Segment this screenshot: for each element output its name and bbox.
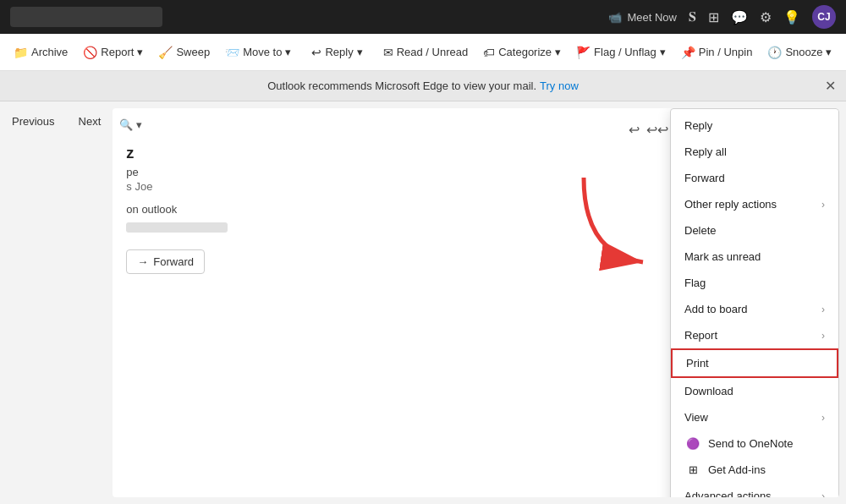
menu-item-delete[interactable]: Delete (671, 217, 838, 244)
other-reply-label: Other reply actions (684, 198, 777, 211)
body-blur-line (126, 222, 228, 233)
chevron-right-icon: › (821, 304, 825, 315)
chevron-down-icon: ▾ (137, 46, 143, 58)
titlebar: 📹 Meet Now 𝐒 ⊞ 💬 ⚙ 💡 CJ (0, 0, 846, 34)
next-button[interactable]: Next (74, 112, 107, 131)
chevron-down-icon: ▾ (660, 46, 666, 58)
flag-unflag-button[interactable]: 🚩 Flag / Unflag ▾ (569, 41, 673, 64)
menu-item-flag[interactable]: Flag (671, 270, 838, 296)
chevron-right-icon: › (821, 412, 825, 424)
help-icon[interactable]: 💡 (783, 9, 800, 25)
chevron-right-icon: › (821, 330, 825, 342)
banner: Outlook recommends Microsoft Edge to vie… (0, 71, 846, 101)
flag-label: Flag (684, 277, 706, 289)
get-addins-icon: ⊞ (684, 463, 701, 476)
menu-item-get-addins[interactable]: ⊞Get Add-ins (671, 457, 838, 483)
chevron-right-icon: › (821, 199, 825, 211)
undo-button[interactable]: ↩ (840, 41, 846, 63)
chevron-down-icon: ▾ (826, 46, 832, 58)
add-board-label: Add to board (684, 303, 747, 315)
delete-label: Delete (684, 224, 717, 237)
snooze-icon: 🕐 (767, 46, 782, 59)
menu-item-print[interactable]: Print (671, 348, 838, 378)
reply-email-icon[interactable]: ↩ (629, 122, 640, 138)
toolbar: 📁 Archive 🚫 Report ▾ 🧹 Sweep 📨 Move to ▾… (0, 34, 846, 71)
view-label: View (684, 411, 708, 424)
get-addins-label: Get Add-ins (708, 463, 766, 476)
previous-button[interactable]: Previous (7, 112, 60, 131)
archive-icon: 📁 (14, 46, 28, 59)
menu-item-mark-unread[interactable]: Mark as unread (671, 244, 838, 270)
forward-button[interactable]: → Forward (126, 249, 205, 274)
archive-button[interactable]: 📁 Archive (7, 41, 74, 64)
report-icon: 🚫 (83, 46, 97, 59)
reply-label: Reply (684, 119, 712, 132)
menu-item-send-onenote[interactable]: 🟣Send to OneNote (671, 430, 838, 457)
email-content: 🔍 ▾ ↩ ↩↩ ↪ ··· Mon 2023-02-06 4:17 PM z … (113, 108, 839, 497)
categorize-icon: 🏷 (483, 46, 495, 59)
video-icon: 📹 (608, 11, 622, 24)
avatar[interactable]: CJ (812, 5, 836, 29)
reply-all-email-icon[interactable]: ↩↩ (646, 122, 668, 138)
move-icon: 📨 (225, 46, 239, 59)
menu-item-reply-all[interactable]: Reply all (671, 139, 838, 165)
menu-item-other-reply[interactable]: Other reply actions› (671, 191, 838, 217)
windows-icon[interactable]: ⊞ (708, 9, 719, 25)
chevron-down-icon: ▾ (285, 46, 291, 58)
menu-item-reply[interactable]: Reply (671, 112, 838, 139)
read-unread-button[interactable]: ✉ Read / Unread (376, 41, 475, 64)
settings-icon[interactable]: ⚙ (760, 9, 772, 25)
meet-now-button[interactable]: 📹 Meet Now (608, 11, 677, 24)
titlebar-icons: 📹 Meet Now 𝐒 ⊞ 💬 ⚙ 💡 CJ (608, 5, 836, 29)
forward-icon: → (137, 255, 148, 268)
menu-item-add-board[interactable]: Add to board› (671, 296, 838, 322)
advanced-label: Advanced actions (684, 490, 772, 497)
sweep-icon: 🧹 (158, 46, 173, 59)
skype-icon[interactable]: 𝐒 (689, 9, 696, 25)
sweep-button[interactable]: 🧹 Sweep (151, 41, 217, 64)
menu-item-view[interactable]: View› (671, 404, 838, 430)
print-label: Print (686, 357, 709, 370)
reply-button[interactable]: ↩ Reply ▾ (305, 41, 369, 64)
flag-icon: 🚩 (576, 46, 591, 59)
report-label: Report (684, 329, 717, 342)
menu-item-forward[interactable]: Forward (671, 165, 838, 191)
chat-icon[interactable]: 💬 (731, 9, 748, 25)
send-onenote-icon: 🟣 (684, 437, 701, 450)
banner-close-button[interactable]: ✕ (825, 78, 836, 94)
move-to-button[interactable]: 📨 Move to ▾ (218, 41, 298, 64)
mark-unread-label: Mark as unread (684, 250, 761, 263)
reply-all-label: Reply all (684, 145, 727, 158)
context-menu: ReplyReply allForwardOther reply actions… (670, 108, 839, 497)
email-nav: Previous Next (0, 101, 113, 504)
read-icon: ✉ (383, 46, 393, 59)
reply-icon: ↩ (311, 46, 321, 59)
chevron-down-icon: ▾ (357, 46, 363, 58)
pin-unpin-button[interactable]: 📌 Pin / Unpin (674, 41, 760, 64)
pin-icon: 📌 (681, 46, 695, 59)
chevron-right-icon: › (821, 490, 825, 498)
categorize-button[interactable]: 🏷 Categorize ▾ (476, 41, 568, 64)
send-onenote-label: Send to OneNote (708, 437, 793, 450)
menu-item-advanced[interactable]: Advanced actions› (671, 483, 838, 497)
titlebar-left (10, 7, 595, 27)
zoom-controls: 🔍 ▾ (119, 118, 142, 131)
snooze-button[interactable]: 🕐 Snooze ▾ (761, 41, 838, 64)
forward-label: Forward (684, 172, 725, 184)
try-now-link[interactable]: Try now (540, 79, 579, 92)
email-area: Previous Next 🔍 ▾ ↩ ↩↩ ↪ ··· Mon 2023-02… (0, 101, 846, 504)
menu-item-download[interactable]: Download (671, 378, 838, 404)
report-button[interactable]: 🚫 Report ▾ (76, 41, 150, 64)
zoom-icon[interactable]: 🔍 (119, 118, 133, 131)
search-bar[interactable] (10, 7, 162, 27)
menu-item-report[interactable]: Report› (671, 322, 838, 348)
download-label: Download (684, 385, 733, 397)
zoom-chevron: ▾ (136, 118, 142, 131)
chevron-down-icon: ▾ (555, 46, 561, 58)
